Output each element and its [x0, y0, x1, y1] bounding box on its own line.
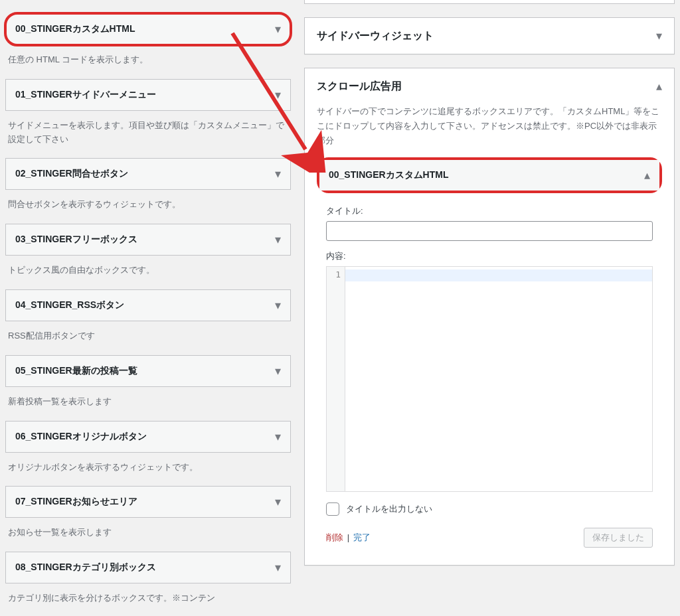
dropped-widget-header[interactable]: 00_STINGERカスタムHTML ▴	[319, 160, 659, 191]
chevron-down-icon: ▾	[275, 560, 281, 575]
html-code-editor[interactable]: 1	[326, 266, 653, 492]
hide-title-checkbox[interactable]	[326, 502, 339, 516]
line-gutter: 1	[327, 267, 345, 491]
widget-areas: サイドバーウィジェット ▾ スクロール広告用 ▴ サイドバーの下でコンテンツに追…	[304, 0, 675, 616]
chevron-down-icon: ▾	[275, 429, 281, 444]
content-label: 内容:	[326, 250, 653, 262]
delete-link[interactable]: 削除	[326, 532, 343, 542]
available-widget-item[interactable]: 03_STINGERフリーボックス▾	[5, 224, 291, 256]
available-widget-item[interactable]: 05_STINGER最新の投稿一覧▾	[5, 355, 291, 387]
chevron-down-icon: ▾	[275, 298, 281, 313]
available-widget-item[interactable]: 02_STINGER問合せボタン▾	[5, 158, 291, 190]
widget-item-title: 04_STINGER_RSSボタン	[15, 299, 124, 311]
scroll-panel-header[interactable]: スクロール広告用 ▴	[305, 68, 674, 104]
widget-item-title: 02_STINGER問合せボタン	[15, 168, 128, 180]
available-widgets-list: 00_STINGERカスタムHTML▾任意の HTML コードを表示します。01…	[5, 0, 291, 616]
widget-item-title: 00_STINGERカスタムHTML	[15, 23, 135, 35]
widget-item-desc: サイドメニューを表示します。項目や並び順は「カスタムメニュー」で設定して下さい	[8, 119, 288, 147]
widget-item-desc: カテゴリ別に表示を分けるボックスです。※コンテン	[8, 591, 288, 605]
widget-item-desc: 新着投稿一覧を表示します	[8, 395, 288, 409]
chevron-down-icon: ▾	[275, 88, 281, 102]
widget-item-title: 08_STINGERカテゴリ別ボックス	[15, 562, 156, 574]
chevron-up-icon: ▴	[644, 168, 650, 183]
title-label: タイトル:	[326, 205, 653, 217]
available-widget-item[interactable]: 01_STINGERサイドバーメニュー▾	[5, 79, 291, 111]
sidebar-panel-title: サイドバーウィジェット	[317, 29, 434, 43]
widget-form: タイトル: 内容: 1	[317, 200, 662, 492]
available-widget-item[interactable]: 08_STINGERカテゴリ別ボックス▾	[5, 552, 291, 583]
available-widget-item[interactable]: 04_STINGER_RSSボタン▾	[5, 289, 291, 321]
panel-fragment	[304, 0, 675, 4]
available-widget-item[interactable]: 07_STINGERお知らせエリア▾	[5, 486, 291, 518]
widget-item-title: 07_STINGERお知らせエリア	[15, 496, 137, 508]
sidebar-panel-header[interactable]: サイドバーウィジェット ▾	[305, 18, 674, 54]
save-button[interactable]: 保存しました	[584, 528, 653, 548]
dropped-widget-highlight: 00_STINGERカスタムHTML ▴	[317, 157, 662, 193]
widget-item-desc: 問合せボタンを表示するウィジェットです。	[8, 198, 288, 212]
chevron-down-icon: ▾	[275, 364, 281, 378]
code-textarea[interactable]	[345, 267, 652, 491]
active-line	[345, 270, 652, 281]
widget-item-desc: 任意の HTML コードを表示します。	[8, 53, 288, 67]
widget-item-title: 05_STINGER最新の投稿一覧	[15, 365, 137, 377]
line-number: 1	[327, 270, 341, 279]
chevron-up-icon: ▴	[656, 79, 662, 94]
widget-item-title: 01_STINGERサイドバーメニュー	[15, 89, 156, 101]
dropped-widget-title: 00_STINGERカスタムHTML	[329, 169, 448, 181]
chevron-down-icon: ▾	[656, 29, 662, 43]
widget-item-title: 03_STINGERフリーボックス	[15, 234, 137, 246]
chevron-down-icon: ▾	[275, 232, 281, 247]
hide-title-label: タイトルを出力しない	[346, 503, 432, 515]
widget-control-actions: 削除 | 完了	[326, 532, 371, 544]
available-widget-item[interactable]: 06_STINGERオリジナルボタン▾	[5, 421, 291, 453]
chevron-down-icon: ▾	[275, 495, 281, 509]
sidebar-widget-panel: サイドバーウィジェット ▾	[304, 17, 675, 54]
widget-item-desc: お知らせ一覧を表示します	[8, 526, 288, 540]
widget-item-desc: オリジナルボタンを表示するウィジェットです。	[8, 461, 288, 475]
available-widget-item[interactable]: 00_STINGERカスタムHTML▾	[5, 13, 291, 45]
widget-item-desc: RSS配信用ボタンです	[8, 329, 288, 343]
scroll-panel-desc: サイドバーの下でコンテンツに追尾するボックスエリアです。「カスタムHTML」等を…	[317, 104, 662, 148]
scroll-ad-panel: スクロール広告用 ▴ サイドバーの下でコンテンツに追尾するボックスエリアです。「…	[304, 68, 675, 566]
widget-item-desc: トピックス風の自由なボックスです。	[8, 264, 288, 277]
chevron-down-icon: ▾	[275, 22, 281, 37]
done-link[interactable]: 完了	[353, 532, 371, 542]
chevron-down-icon: ▾	[275, 167, 281, 181]
separator: |	[347, 532, 349, 542]
widget-item-title: 06_STINGERオリジナルボタン	[15, 431, 147, 443]
scroll-panel-title: スクロール広告用	[317, 80, 402, 94]
title-input[interactable]	[326, 221, 653, 241]
